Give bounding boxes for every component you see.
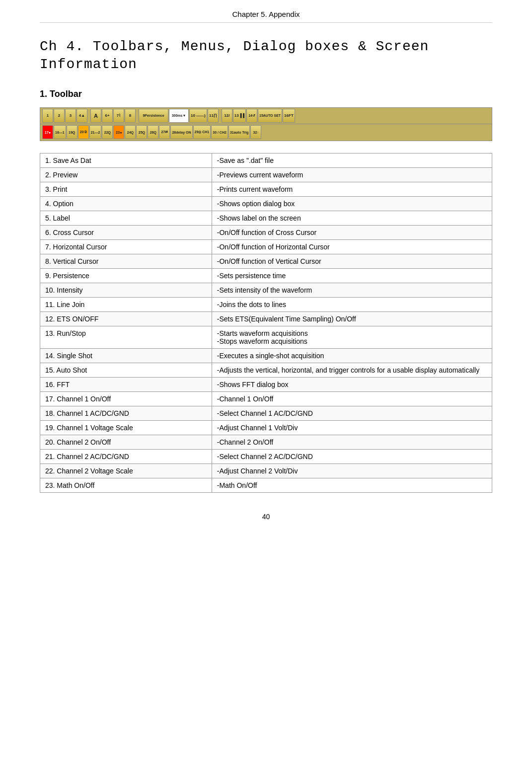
table-row: 10. Intensity-Sets intensity of the wave… <box>40 283 492 297</box>
toolbar-item-name: 14. Single Shot <box>40 348 212 363</box>
toolbar-item-description: -Select Channel 2 AC/DC/GND <box>212 449 492 463</box>
toolbar-item-name: 5. Label <box>40 211 212 225</box>
table-row: 23. Math On/Off-Math On/Off <box>40 478 492 492</box>
tb-17: 17● <box>42 125 53 139</box>
tb-11: 11∏ <box>208 109 219 123</box>
tb-15: 15AUTO SET <box>258 109 282 123</box>
toolbar-item-name: 8. Vertical Cursor <box>40 254 212 268</box>
page-number: 40 <box>40 513 492 521</box>
toolbar-item-name: 11. Line Join <box>40 297 212 311</box>
tb-7: 7⌇ <box>113 109 124 123</box>
toolbar-item-description: -Sets persistence time <box>212 268 492 283</box>
toolbar-image: 1 2 3 4▲ A 6+ 7⌇ 8 9Persistence 300ms▼ 1… <box>40 107 492 141</box>
page-number-text: 40 <box>262 513 270 521</box>
main-title-line2: Information <box>40 57 137 72</box>
table-row: 12. ETS ON/OFF-Sets ETS(Equivalent Time … <box>40 311 492 326</box>
toolbar-item-description: -Previews current waveform <box>212 167 492 182</box>
toolbar-item-name: 13. Run/Stop <box>40 326 212 348</box>
tb-8: 8 <box>125 109 136 123</box>
tb-18: 18—1 <box>54 125 66 139</box>
table-row: 11. Line Join-Joins the dots to lines <box>40 297 492 311</box>
tb-27: 27⇌ <box>159 125 170 139</box>
toolbar-item-name: 15. Auto Shot <box>40 363 212 377</box>
toolbar-item-description: -Prints current waveform <box>212 182 492 196</box>
toolbar-item-description: -Math On/Off <box>212 478 492 492</box>
toolbar-item-description: -Sets intensity of the waveform <box>212 283 492 297</box>
tb-1: 1 <box>42 109 53 123</box>
table-row: 22. Channel 2 Voltage Scale-Adjust Chann… <box>40 463 492 478</box>
table-row: 16. FFT-Shows FFT dialog box <box>40 377 492 391</box>
table-row: 18. Channel 1 AC/DC/GND-Select Channel 1… <box>40 406 492 420</box>
tb-32: 32↑ <box>250 125 261 139</box>
toolbar-item-description: -On/Off function of Horizontal Cursor <box>212 239 492 254</box>
table-row: 7. Horizontal Cursor-On/Off function of … <box>40 239 492 254</box>
toolbar-item-description: -Shows option dialog box <box>212 196 492 211</box>
main-title-text: Ch 4. Toolbars, Menus, Dialog boxes & Sc… <box>40 39 429 54</box>
table-row: 8. Vertical Cursor-On/Off function of Ve… <box>40 254 492 268</box>
tb-20: 20② <box>78 125 89 139</box>
tb-31: 31auto Trig <box>228 125 250 139</box>
table-row: 1. Save As Dat-Save as ".dat" file <box>40 153 492 167</box>
chapter-header-text: Chapter 5. Appendix <box>232 10 300 18</box>
toolbar-item-name: 4. Option <box>40 196 212 211</box>
toolbar-item-description: -On/Off function of Cross Cursor <box>212 225 492 239</box>
chapter-header: Chapter 5. Appendix <box>40 10 492 23</box>
toolbar-item-name: 7. Horizontal Cursor <box>40 239 212 254</box>
tb-21: 21—2 <box>89 125 102 139</box>
tb-30: 30 / CH2 <box>211 125 228 139</box>
toolbar-item-name: 9. Persistence <box>40 268 212 283</box>
section1-title: 1. Toolbar <box>40 89 492 99</box>
toolbar-item-name: 20. Channel 2 On/Off <box>40 435 212 449</box>
toolbar-item-description: -Shows FFT dialog box <box>212 377 492 391</box>
toolbar-item-description: -Select Channel 1 AC/DC/GND <box>212 406 492 420</box>
tb-19: 19Q <box>67 125 77 139</box>
toolbar-item-description: -Executes a single-shot acquisition <box>212 348 492 363</box>
tb-4: 4▲ <box>76 109 87 123</box>
table-row: 20. Channel 2 On/Off-Channel 2 On/Off <box>40 435 492 449</box>
tb-10b: 10 ——) <box>189 109 207 123</box>
table-row: 13. Run/Stop-Starts waveform acquisition… <box>40 326 492 348</box>
tb-26: 26Q <box>148 125 158 139</box>
main-title: Ch 4. Toolbars, Menus, Dialog boxes & Sc… <box>40 38 492 74</box>
toolbar-item-name: 12. ETS ON/OFF <box>40 311 212 326</box>
toolbar-table: 1. Save As Dat-Save as ".dat" file2. Pre… <box>40 153 492 493</box>
table-row: 19. Channel 1 Voltage Scale-Adjust Chann… <box>40 420 492 435</box>
tb-16: 16FT <box>283 109 295 123</box>
toolbar-item-name: 21. Channel 2 AC/DC/GND <box>40 449 212 463</box>
table-row: 2. Preview-Previews current waveform <box>40 167 492 182</box>
tb-14: 14↺ <box>246 109 257 123</box>
toolbar-item-name: 2. Preview <box>40 167 212 182</box>
tb-24: 24Q <box>125 125 136 139</box>
tb-12: 12/ <box>222 109 232 123</box>
table-row: 17. Channel 1 On/Off-Channel 1 On/Off <box>40 391 492 406</box>
section1-title-text: 1. Toolbar <box>40 89 82 99</box>
toolbar-item-name: 19. Channel 1 Voltage Scale <box>40 420 212 435</box>
tb-13: 13▐▐ <box>233 109 246 123</box>
toolbar-item-description: -Adjusts the vertical, horizontal, and t… <box>212 363 492 377</box>
tb-2: 2 <box>54 109 65 123</box>
toolbar-item-description: -Joins the dots to lines <box>212 297 492 311</box>
table-row: 14. Single Shot-Executes a single-shot a… <box>40 348 492 363</box>
table-row: 21. Channel 2 AC/DC/GND-Select Channel 2… <box>40 449 492 463</box>
tb-9: 9Persistence <box>139 109 168 123</box>
table-row: 15. Auto Shot-Adjusts the vertical, hori… <box>40 363 492 377</box>
tb-25: 25Q <box>136 125 147 139</box>
tb-29: 29◎ CH1 <box>193 125 211 139</box>
tb-5: A <box>90 109 101 123</box>
toolbar-item-description: -Shows label on the screen <box>212 211 492 225</box>
toolbar-item-name: 10. Intensity <box>40 283 212 297</box>
toolbar-item-name: 22. Channel 2 Voltage Scale <box>40 463 212 478</box>
toolbar-item-description: -Channel 2 On/Off <box>212 435 492 449</box>
toolbar-item-name: 3. Print <box>40 182 212 196</box>
tb-23: 23● <box>113 125 124 139</box>
toolbar-item-description: -Adjust Channel 2 Volt/Div <box>212 463 492 478</box>
toolbar-item-description: -Adjust Channel 1 Volt/Div <box>212 420 492 435</box>
toolbar-item-name: 1. Save As Dat <box>40 153 212 167</box>
tb-6: 6+ <box>102 109 113 123</box>
tb-28: 28delay ON <box>170 125 192 139</box>
tb-3: 3 <box>65 109 76 123</box>
table-row: 3. Print-Prints current waveform <box>40 182 492 196</box>
tb-22: 22Q <box>102 125 113 139</box>
toolbar-item-description: -Channel 1 On/Off <box>212 391 492 406</box>
toolbar-item-name: 6. Cross Cursor <box>40 225 212 239</box>
